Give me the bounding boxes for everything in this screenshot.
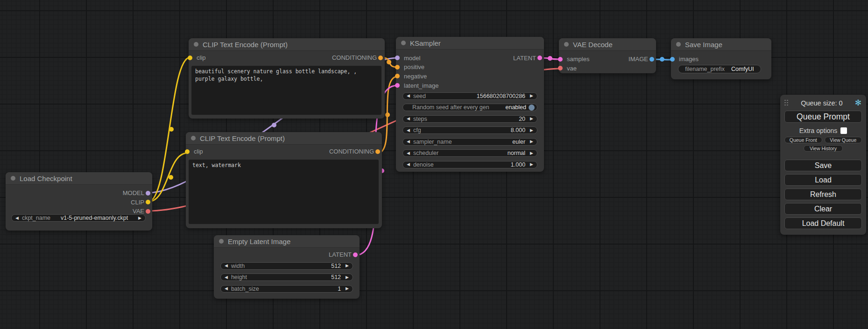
output-slot-conditioning[interactable]: CONDITIONING xyxy=(332,53,385,63)
node-title-bar[interactable]: Save Image xyxy=(671,38,771,51)
node-title-bar[interactable]: Load Checkpoint xyxy=(6,172,152,185)
increment-icon[interactable]: ▶ xyxy=(530,162,533,167)
increment-icon[interactable]: ▶ xyxy=(530,94,533,98)
clip-input-dot[interactable] xyxy=(185,149,190,154)
input-slot-clip[interactable]: clip xyxy=(186,147,203,156)
node-title-bar[interactable]: Empty Latent Image xyxy=(214,235,360,248)
node-load-checkpoint[interactable]: Load Checkpoint MODEL CLIP VAE ◀ ckpt_na… xyxy=(6,172,152,231)
positive-input-dot[interactable] xyxy=(395,65,400,70)
output-slot-conditioning[interactable]: CONDITIONING xyxy=(329,147,382,156)
node-ksampler[interactable]: KSampler model LATENT positive negative xyxy=(396,37,544,172)
decrement-icon[interactable]: ◀ xyxy=(407,117,410,121)
increment-icon[interactable]: ▶ xyxy=(530,140,533,144)
height-widget[interactable]: ◀ height 512 ▶ xyxy=(220,273,353,281)
input-slot-positive[interactable]: positive xyxy=(396,63,544,72)
output-slot-model[interactable]: MODEL xyxy=(6,189,152,198)
clip-input-dot[interactable] xyxy=(188,56,192,60)
decrement-icon[interactable]: ◀ xyxy=(225,264,228,268)
increment-icon[interactable]: ▶ xyxy=(346,275,349,280)
view-queue-button[interactable]: View Queue xyxy=(825,137,862,143)
input-slot-images[interactable]: images xyxy=(671,55,771,64)
vae-input-dot[interactable] xyxy=(558,66,563,70)
load-default-button[interactable]: Load Default xyxy=(784,217,862,229)
prompt-textarea[interactable]: text, watermark xyxy=(189,160,379,224)
model-output-dot[interactable] xyxy=(146,191,150,196)
node-title-bar[interactable]: CLIP Text Encode (Prompt) xyxy=(189,38,385,51)
output-slot-clip[interactable]: CLIP xyxy=(6,198,152,207)
node-title-bar[interactable]: CLIP Text Encode (Prompt) xyxy=(186,132,382,145)
input-slot-samples[interactable]: samples xyxy=(559,55,589,64)
width-widget[interactable]: ◀ width 512 ▶ xyxy=(220,262,353,270)
steps-widget[interactable]: ◀ steps 20 ▶ xyxy=(402,115,537,123)
negative-input-dot[interactable] xyxy=(395,74,400,78)
decrement-icon[interactable]: ◀ xyxy=(15,216,19,220)
conditioning-output-dot[interactable] xyxy=(375,149,380,154)
decrement-icon[interactable]: ◀ xyxy=(407,94,410,98)
decrement-icon[interactable]: ◀ xyxy=(225,275,228,280)
output-slot-image[interactable]: IMAGE xyxy=(628,55,656,64)
batch-size-widget[interactable]: ◀ batch_size 1 ▶ xyxy=(220,285,353,293)
seed-widget[interactable]: ◀ seed 156680208700286 ▶ xyxy=(402,92,537,100)
latent-image-input-dot[interactable] xyxy=(395,83,400,88)
prompt-textarea[interactable]: beautiful scenery nature glass bottle la… xyxy=(191,66,381,115)
view-history-button[interactable]: View History xyxy=(804,145,843,152)
latent-output-dot[interactable] xyxy=(353,252,358,257)
output-slot-latent[interactable]: LATENT xyxy=(513,54,544,63)
drag-handle-icon[interactable] xyxy=(784,100,789,106)
settings-gear-icon[interactable]: ✻ xyxy=(855,99,861,107)
increment-icon[interactable]: ▶ xyxy=(138,216,141,220)
cfg-widget[interactable]: ◀ cfg 8.000 ▶ xyxy=(402,126,537,134)
wire-clip-negative[interactable] xyxy=(148,153,187,202)
queue-prompt-button[interactable]: Queue Prompt xyxy=(784,111,862,123)
input-slot-model[interactable]: model xyxy=(396,54,420,63)
node-editor-canvas[interactable]: Load Checkpoint MODEL CLIP VAE ◀ ckpt_na… xyxy=(0,0,868,329)
node-clip-text-encode-negative[interactable]: CLIP Text Encode (Prompt) clip CONDITION… xyxy=(186,132,382,228)
increment-icon[interactable]: ▶ xyxy=(530,151,533,155)
collapse-dot-icon[interactable] xyxy=(401,41,406,45)
conditioning-output-dot[interactable] xyxy=(378,56,383,60)
collapse-dot-icon[interactable] xyxy=(676,42,681,47)
filename-prefix-widget[interactable]: filename_prefix ComfyUI xyxy=(678,65,761,73)
decrement-icon[interactable]: ◀ xyxy=(407,128,410,133)
scheduler-widget[interactable]: ◀ scheduler normal ▶ xyxy=(402,149,537,157)
decrement-icon[interactable]: ◀ xyxy=(225,287,228,291)
sampler-name-widget[interactable]: ◀ sampler_name euler ▶ xyxy=(402,138,537,146)
input-slot-negative[interactable]: negative xyxy=(396,72,544,81)
input-slot-vae[interactable]: vae xyxy=(559,64,656,73)
output-slot-latent[interactable]: LATENT xyxy=(214,250,360,259)
node-vae-decode[interactable]: VAE Decode samples IMAGE vae xyxy=(559,38,656,73)
increment-icon[interactable]: ▶ xyxy=(530,117,533,121)
images-input-dot[interactable] xyxy=(670,57,675,62)
node-title-bar[interactable]: VAE Decode xyxy=(559,38,656,51)
refresh-button[interactable]: Refresh xyxy=(784,189,862,200)
samples-input-dot[interactable] xyxy=(558,57,563,62)
seed-toggle-icon[interactable] xyxy=(529,105,535,111)
node-save-image[interactable]: Save Image images filename_prefix ComfyU… xyxy=(671,38,771,79)
ckpt-name-widget[interactable]: ◀ ckpt_name v1-5-pruned-emaonly.ckpt ▶ xyxy=(11,214,146,222)
image-output-dot[interactable] xyxy=(649,57,654,62)
load-button[interactable]: Load xyxy=(784,174,862,186)
save-button[interactable]: Save xyxy=(784,160,862,171)
collapse-dot-icon[interactable] xyxy=(11,176,15,181)
clear-button[interactable]: Clear xyxy=(784,203,862,215)
model-input-dot[interactable] xyxy=(395,56,400,60)
node-clip-text-encode-positive[interactable]: CLIP Text Encode (Prompt) clip CONDITION… xyxy=(189,38,385,119)
input-slot-latent-image[interactable]: latent_image xyxy=(396,81,544,90)
decrement-icon[interactable]: ◀ xyxy=(407,140,410,144)
collapse-dot-icon[interactable] xyxy=(191,136,196,140)
collapse-dot-icon[interactable] xyxy=(194,42,198,47)
extra-options-checkbox[interactable] xyxy=(840,127,847,134)
vae-output-dot[interactable] xyxy=(146,209,150,214)
decrement-icon[interactable]: ◀ xyxy=(407,151,410,155)
node-title-bar[interactable]: KSampler xyxy=(396,37,544,49)
random-seed-widget[interactable]: Random seed after every gen enabled xyxy=(402,104,537,111)
node-empty-latent-image[interactable]: Empty Latent Image LATENT ◀ width 512 ▶ … xyxy=(214,235,360,299)
clip-output-dot[interactable] xyxy=(146,200,150,204)
latent-output-dot[interactable] xyxy=(537,56,542,60)
decrement-icon[interactable]: ◀ xyxy=(407,162,410,167)
denoise-widget[interactable]: ◀ denoise 1.000 ▶ xyxy=(402,161,537,168)
queue-front-button[interactable]: Queue Front xyxy=(784,137,822,143)
increment-icon[interactable]: ▶ xyxy=(346,264,349,268)
increment-icon[interactable]: ▶ xyxy=(530,128,533,133)
collapse-dot-icon[interactable] xyxy=(564,42,569,47)
